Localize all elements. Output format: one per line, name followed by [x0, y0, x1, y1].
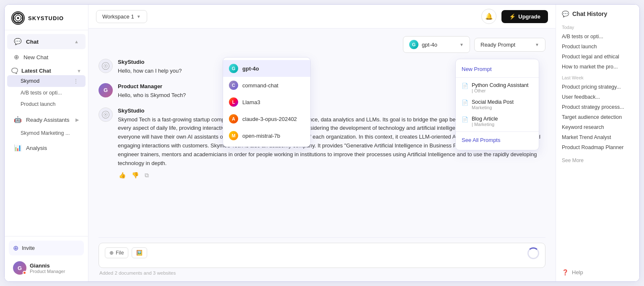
prompt-divider [456, 77, 539, 78]
thumbs-down-btn[interactable]: 👎 [131, 171, 140, 180]
history-item-9[interactable]: Market Trend Analyst [562, 132, 634, 142]
command-chat-badge: C [229, 81, 238, 90]
chat-arrow-icon: ▲ [74, 39, 79, 44]
prompt-python-cat: | Other [472, 88, 529, 93]
model-option-claude[interactable]: A claude-3-opus-202402 [223, 110, 310, 127]
new-chat-btn[interactable]: ⊕ New Chat [7, 50, 86, 65]
input-hint: Added 2 documents and 3 websites [99, 270, 545, 276]
model-dropdown[interactable]: G gpt-4o ▼ [403, 36, 470, 53]
claude-badge: A [229, 114, 238, 123]
sidebar-bottom: ⊕ Invite G Giannis Product Manager [5, 236, 88, 281]
nav-item-analysis[interactable]: 📊 Analysis [7, 140, 86, 155]
thumbs-up-btn[interactable]: 👍 [118, 171, 127, 180]
history-item-3[interactable]: How to market the pro... [562, 62, 634, 72]
prompt-item-blog[interactable]: 📄 Blog Article | Marketing [456, 113, 539, 130]
prompt-dropdown[interactable]: Ready Prompt ▼ [474, 38, 545, 52]
today-label: Today [562, 25, 634, 30]
skymod-marketing-label: Skymod Marketing ... [21, 130, 70, 136]
ab-tests-label: A/B tests or opti... [21, 90, 62, 96]
history-item-7[interactable]: Target audience detection [562, 112, 634, 122]
plus-circle-icon: ⊕ [14, 53, 19, 61]
nav-item-chat[interactable]: 💬 Chat ▲ [7, 34, 86, 49]
upgrade-btn[interactable]: ⚡ Upgrade [501, 10, 548, 23]
model-option-mistral[interactable]: M open-mistral-7b [223, 127, 310, 144]
chat-bubble-icon: 🗨️ [11, 68, 18, 74]
latest-chat-section[interactable]: 🗨️ Latest Chat ▼ [5, 65, 88, 75]
sidebar-item-product-launch[interactable]: Product launch [7, 99, 86, 110]
logo-area: SKYSTUDIO [5, 5, 88, 30]
history-item-6[interactable]: Product strategy process... [562, 102, 634, 112]
prompt-social-cat: Marketing [472, 105, 514, 110]
topbar: Workspace 1 ▼ 🔔 ⚡ Upgrade [88, 5, 556, 29]
history-item-2[interactable]: Product legal and ethical [562, 52, 634, 62]
upgrade-label: Upgrade [518, 13, 540, 20]
user-avatar-2: G [99, 83, 113, 97]
history-item-10[interactable]: Product Roadmap Planner [562, 142, 634, 152]
more-icon[interactable]: ⋮ [73, 78, 79, 84]
workspace-label: Workspace 1 [102, 13, 134, 20]
user-profile[interactable]: G Giannis Product Manager [9, 259, 84, 277]
invite-label: Invite [22, 245, 35, 251]
workspace-dropdown[interactable]: Workspace 1 ▼ [96, 10, 147, 23]
avatar: G [13, 261, 26, 275]
prompt-python-title: Python Coding Assistant [472, 82, 529, 88]
sidebar-item-skymod-marketing[interactable]: Skymod Marketing ... [7, 128, 86, 139]
plus-icon-file: ⊕ [109, 250, 114, 256]
main-area: Workspace 1 ▼ 🔔 ⚡ Upgrade G gpt-4o [88, 5, 556, 281]
history-item-5[interactable]: User feedback... [562, 92, 634, 102]
prompt-item-python[interactable]: 📄 Python Coding Assistant | Other [456, 79, 539, 96]
image-icon: 🖼️ [136, 250, 143, 256]
user-info: Giannis Product Manager [30, 262, 65, 274]
prompt-dropdown-overlay: New Prompt 📄 Python Coding Assistant | O… [455, 59, 539, 150]
file-btn[interactable]: ⊕ File [105, 247, 128, 258]
svg-point-2 [17, 17, 19, 19]
latest-chat-arrow-icon: ▼ [77, 68, 81, 73]
chat-label: Chat [26, 39, 39, 45]
new-prompt-label: New Prompt [462, 66, 492, 72]
history-item-1[interactable]: Product launch [562, 42, 634, 52]
model-option-command-chat[interactable]: C command-chat [223, 77, 310, 94]
nav-item-ready-assistants[interactable]: 🤖 Ready Assistants ▶ [7, 112, 86, 127]
file-label: File [116, 250, 124, 256]
svg-point-1 [15, 15, 21, 21]
doc-icon-2: 📄 [462, 100, 468, 106]
chat-icon: 💬 [14, 38, 22, 45]
history-item-8[interactable]: Keyword research [562, 122, 634, 132]
user-name: Giannis [30, 262, 65, 269]
model-option-llama3[interactable]: L Llama3 [223, 94, 310, 110]
see-more-btn[interactable]: See More [562, 154, 634, 167]
ready-assistants-label: Ready Assistants [26, 117, 70, 123]
chat-area: G gpt-4o ▼ G gpt-4o C command-chat [88, 29, 556, 281]
doc-icon-1: 📄 [462, 83, 468, 89]
image-btn[interactable]: 🖼️ [132, 247, 147, 258]
help-btn[interactable]: ❓ Help [562, 263, 634, 281]
doc-icon-3: 📄 [462, 116, 468, 123]
workspace-chevron-icon: ▼ [137, 14, 141, 19]
prompt-item-social[interactable]: 📄 Social Media Post Marketing [456, 96, 539, 113]
input-inner [324, 247, 539, 259]
history-item-4[interactable]: Product pricing strategy... [562, 82, 634, 92]
copy-btn[interactable]: ⧉ [144, 171, 150, 180]
invite-btn[interactable]: ⊕ Invite [9, 241, 84, 255]
prompt-blog-title: Blog Article [472, 116, 498, 122]
see-all-prompts-btn[interactable]: See All Prompts [456, 134, 539, 147]
notification-btn[interactable]: 🔔 [481, 9, 496, 24]
invite-plus-icon: ⊕ [13, 244, 18, 252]
model-dropdown-overlay: G gpt-4o C command-chat L Llama3 A [223, 57, 311, 147]
help-icon: ❓ [562, 269, 569, 276]
sidebar-item-skymod[interactable]: Skymod ⋮ [7, 75, 86, 87]
prompt-social-text: Social Media Post Marketing [472, 99, 514, 110]
history-item-0[interactable]: A/B tests or opti... [562, 31, 634, 42]
logo-text: SKYSTUDIO [28, 15, 64, 21]
analysis-label: Analysis [26, 145, 47, 151]
sidebar-nav: 💬 Chat ▲ ⊕ New Chat 🗨️ Latest Chat ▼ Sky… [5, 30, 88, 236]
bolt-icon: ⚡ [509, 13, 516, 20]
prompt-divider-2 [456, 131, 539, 132]
model-chevron-icon: ▼ [460, 42, 464, 47]
right-panel: 💬 Chat History Today A/B tests or opti..… [556, 5, 639, 281]
sidebar-item-ab-tests[interactable]: A/B tests or opti... [7, 87, 86, 98]
new-prompt-btn[interactable]: New Prompt [456, 63, 539, 76]
model-option-gpt4o[interactable]: G gpt-4o [223, 60, 310, 77]
prompt-chevron-icon: ▼ [535, 42, 539, 47]
bot-avatar-3 [99, 108, 113, 122]
